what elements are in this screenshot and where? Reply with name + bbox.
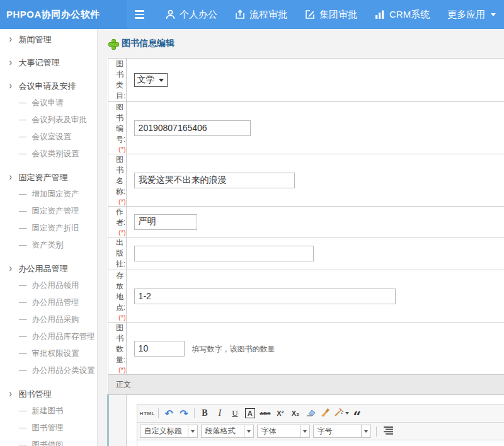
- paragraph-format-dropdown[interactable]: 段落格式: [201, 425, 254, 438]
- hamburger-menu-icon[interactable]: [135, 0, 144, 29]
- sidebar-group-4[interactable]: ›办公用品管理: [0, 260, 97, 277]
- quantity-input[interactable]: [134, 341, 185, 357]
- strikethrough-button[interactable]: ABC: [258, 406, 272, 420]
- sidebar-group-1[interactable]: ›大事记管理: [0, 54, 97, 71]
- font-family-dropdown[interactable]: 字体: [257, 425, 310, 438]
- sidebar-group-2[interactable]: ›会议申请及安排: [0, 77, 97, 94]
- app-window: PHPOA协同办公软件 个人办公 流程审批: [0, 0, 504, 446]
- book-no-input[interactable]: [134, 120, 251, 136]
- dropdown-label: 字体: [258, 426, 300, 437]
- sidebar-item-2-2[interactable]: —会议室设置: [0, 129, 97, 146]
- sidebar-item-3-2[interactable]: —固定资产折旧: [0, 220, 97, 237]
- dash-icon: —: [19, 366, 27, 375]
- sidebar-item-4-3[interactable]: —办公用品库存管理: [0, 328, 97, 345]
- field-row-location: 存放地点:(*): [108, 270, 504, 323]
- required-mark: (*): [118, 198, 126, 205]
- chevron-right-icon: ›: [9, 76, 12, 97]
- location-input[interactable]: [134, 289, 396, 304]
- blockquote-button[interactable]: “: [350, 406, 364, 420]
- eraser-icon: [306, 408, 316, 419]
- bold-button[interactable]: B: [198, 406, 212, 420]
- sidebar-group-3[interactable]: ›固定资产管理: [0, 169, 97, 186]
- font-color-button[interactable]: A: [243, 406, 257, 420]
- quantity-label-cell: 图书数量:(*): [108, 323, 127, 375]
- caret-down-icon: [345, 412, 349, 415]
- dash-icon: —: [19, 190, 27, 198]
- publisher-input[interactable]: [134, 246, 314, 261]
- toolbar-separator: [376, 426, 377, 437]
- sidebar-group-label: 大事记管理: [19, 58, 60, 67]
- field-label: 图书类目:: [116, 59, 125, 100]
- required-mark: (*): [118, 229, 126, 236]
- sidebar-item-4-4[interactable]: —审批权限设置: [0, 345, 97, 362]
- superscript-button[interactable]: X²: [273, 406, 287, 420]
- sidebar-item-5-1[interactable]: —图书管理: [0, 420, 97, 437]
- heading-style-dropdown[interactable]: 自定义标题: [140, 425, 198, 438]
- sidebar-group-5[interactable]: ›图书管理: [0, 386, 97, 403]
- sidebar-item-3-0[interactable]: —增加固定资产: [0, 186, 97, 203]
- field-row-author: 作者:(*): [108, 207, 504, 237]
- sidebar-item-label: 资产类别: [32, 241, 64, 249]
- nav-group-approval[interactable]: 集团审批: [296, 0, 366, 29]
- dropdown-arrow: [300, 425, 309, 438]
- format-brush-button[interactable]: [319, 406, 333, 420]
- dash-icon: —: [19, 298, 27, 307]
- nav-crm-system[interactable]: CRM系统: [366, 0, 438, 29]
- chevron-right-icon: ›: [9, 258, 12, 280]
- sidebar-item-label: 增加固定资产: [32, 190, 79, 198]
- publisher-input-cell: [126, 237, 504, 270]
- sidebar-item-2-1[interactable]: —会议列表及审批: [0, 112, 97, 129]
- subscript-button[interactable]: X₂: [289, 406, 302, 420]
- sidebar-item-5-2[interactable]: —图书借阅: [0, 437, 97, 446]
- book-name-input-cell: [126, 154, 504, 207]
- redo-button[interactable]: ↷: [177, 406, 191, 420]
- font-size-dropdown[interactable]: 字号: [313, 425, 371, 438]
- sidebar-item-5-0[interactable]: —新建图书: [0, 403, 97, 420]
- location-label-cell: 存放地点:(*): [108, 270, 127, 323]
- author-input[interactable]: [134, 214, 197, 230]
- rich-text-editor: HTML ↶ ↷ B I U A A: [137, 404, 504, 446]
- body-section-header: 正文: [108, 375, 504, 395]
- eraser-button[interactable]: [304, 406, 318, 420]
- dash-icon: —: [19, 406, 27, 415]
- sidebar-item-3-1[interactable]: —固定资产管理: [0, 203, 97, 220]
- group-approval-icon: [305, 9, 315, 20]
- field-row-content: 内容:(*) HTML ↶ ↷ B: [108, 395, 504, 446]
- main-content: 图书信息编辑 图书类目: 文学 图书编号:(*): [98, 29, 504, 446]
- field-row-book-no: 图书编号:(*): [108, 102, 504, 154]
- sidebar-item-4-2[interactable]: —办公用品采购: [0, 311, 97, 328]
- undo-button[interactable]: ↶: [162, 406, 176, 420]
- nav-more-apps[interactable]: 更多应用: [438, 0, 504, 29]
- sidebar-item-label: 办公用品领用: [32, 281, 79, 290]
- sidebar-item-4-5[interactable]: —办公用品分类设置: [0, 362, 97, 379]
- sidebar-item-2-3[interactable]: —会议类别设置: [0, 146, 97, 163]
- editor-content-area[interactable]: 2: [137, 440, 504, 446]
- book-name-label-cell: 图书名称:(*): [108, 154, 127, 207]
- sidebar-item-2-0[interactable]: —会议申请: [0, 94, 97, 112]
- field-label: 图书名称:: [116, 155, 125, 196]
- align-button[interactable]: [382, 425, 396, 438]
- source-code-button[interactable]: HTML: [140, 406, 155, 420]
- category-input-cell: 文学: [126, 59, 504, 102]
- special-effects-button[interactable]: [334, 406, 349, 420]
- quantity-hint: 填写数字，该图书的数量: [192, 345, 275, 353]
- dash-icon: —: [19, 98, 27, 107]
- sidebar-item-label: 办公用品管理: [32, 298, 79, 307]
- nav-process-approval[interactable]: 流程审批: [226, 0, 296, 29]
- align-icon: [384, 426, 393, 437]
- caret-down-icon: [191, 430, 195, 433]
- sidebar-item-4-0[interactable]: —办公用品领用: [0, 277, 97, 294]
- sidebar-item-3-3[interactable]: —资产类别: [0, 237, 97, 254]
- sidebar-group-0[interactable]: ›新闻管理: [0, 31, 97, 48]
- toolbar-separator: [194, 408, 195, 418]
- dash-icon: —: [19, 440, 27, 446]
- sidebar-item-4-1[interactable]: —办公用品管理: [0, 294, 97, 311]
- book-name-input[interactable]: [134, 173, 295, 188]
- page-title: 图书信息编辑: [122, 38, 175, 49]
- nav-personal-office[interactable]: 个人办公: [157, 0, 226, 29]
- italic-button[interactable]: I: [213, 406, 227, 420]
- caret-down-icon: [491, 13, 496, 16]
- category-select[interactable]: 文学: [134, 73, 168, 87]
- dropdown-arrow: [188, 425, 197, 438]
- underline-button[interactable]: U: [228, 406, 242, 420]
